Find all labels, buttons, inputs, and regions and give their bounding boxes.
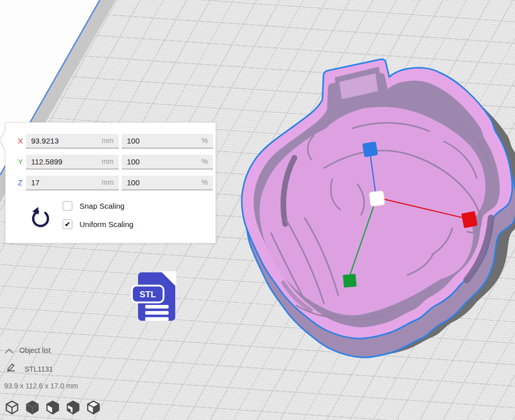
object-name[interactable]: STL1131 [24, 365, 53, 373]
y-percent-field[interactable]: % [122, 155, 213, 170]
axis-z-label: Z [18, 178, 26, 187]
scale-row-y: Y mm % [6, 155, 215, 170]
document-text-line [145, 317, 169, 321]
axis-y-label: Y [18, 157, 26, 166]
solid-cube-button[interactable] [24, 400, 40, 415]
snap-scaling-checkbox[interactable] [63, 201, 72, 211]
x-percent-input[interactable] [122, 134, 213, 148]
rename-pencil-icon[interactable] [6, 362, 16, 372]
scale-handle-center[interactable] [369, 190, 385, 206]
y-mm-field[interactable]: mm [26, 155, 119, 170]
z-percent-input[interactable] [122, 176, 213, 189]
scale-handle-y[interactable] [343, 274, 357, 288]
scale-tool-panel: X mm % Y mm % Z mm [5, 122, 216, 243]
model-3d[interactable] [242, 59, 515, 357]
scale-row-z: Z mm % [6, 176, 215, 190]
document-text-line [145, 311, 169, 315]
x-mm-input[interactable] [26, 134, 119, 148]
reset-icon [28, 204, 52, 229]
z-percent-field[interactable]: % [122, 176, 213, 190]
cube-white-front-button[interactable] [45, 400, 61, 415]
z-mm-input[interactable] [26, 176, 119, 189]
y-mm-input[interactable] [26, 155, 119, 169]
stl-badge-label: STL [140, 290, 156, 299]
cube-white-top-button[interactable] [86, 400, 101, 415]
checkbox-checkmark-icon: ✔ [65, 221, 70, 228]
3d-viewport: STL X mm % Y mm [0, 0, 515, 420]
document-text-line [145, 305, 169, 309]
x-mm-field[interactable]: mm [26, 134, 119, 149]
uniform-scaling-label: Uniform Scaling [79, 220, 133, 229]
z-mm-field[interactable]: mm [26, 176, 119, 190]
scale-handle-x[interactable] [462, 211, 478, 229]
scale-handle-z[interactable] [362, 142, 378, 157]
chevron-up-icon[interactable] [5, 348, 14, 354]
y-percent-input[interactable] [122, 155, 213, 169]
object-list-label[interactable]: Object list [19, 346, 50, 354]
mesh-type-buttons [4, 400, 101, 415]
object-dimensions: 93.9 x 112.6 x 17.0 mm [4, 382, 78, 390]
x-percent-field[interactable]: % [122, 134, 213, 149]
snap-scaling-label: Snap Scaling [79, 202, 124, 210]
uniform-scaling-checkbox[interactable]: ✔ [63, 219, 72, 229]
snap-scaling-option[interactable]: Snap Scaling [63, 201, 124, 211]
stl-file-icon[interactable]: STL [130, 270, 178, 323]
panel-pointer-notch [0, 131, 6, 150]
reset-scale-button[interactable] [28, 204, 52, 229]
scale-row-x: X mm % [6, 134, 215, 149]
uniform-scaling-option[interactable]: ✔ Uniform Scaling [63, 219, 133, 229]
cube-modifier-button[interactable] [65, 400, 81, 415]
normal-model-cube-button[interactable] [4, 400, 20, 415]
axis-x-label: X [18, 136, 26, 145]
